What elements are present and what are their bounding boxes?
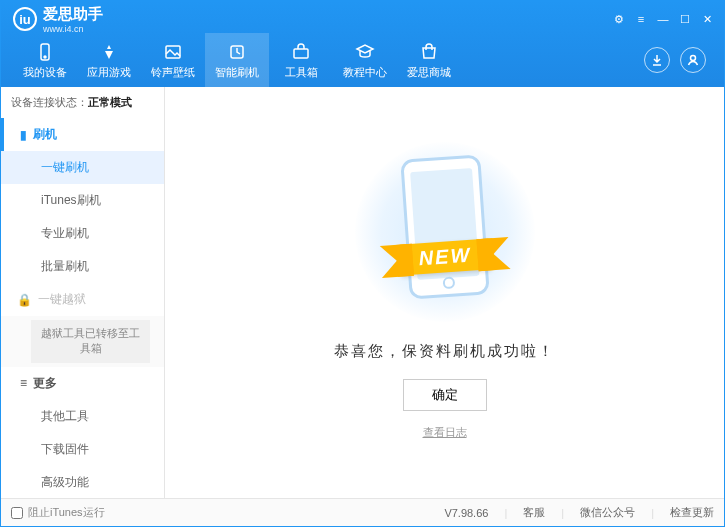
nav-label: 铃声壁纸 xyxy=(151,65,195,80)
lock-icon: 🔒 xyxy=(17,293,32,307)
nav-label: 爱思商城 xyxy=(407,65,451,80)
sidebar-item-batch-flash[interactable]: 批量刷机 xyxy=(1,250,164,283)
ok-button[interactable]: 确定 xyxy=(403,379,487,411)
close-button[interactable]: ✕ xyxy=(698,12,716,26)
success-illustration: NEW xyxy=(370,146,520,326)
download-button[interactable] xyxy=(644,47,670,73)
toolbox-icon xyxy=(290,41,312,63)
minimize-button[interactable]: — xyxy=(654,12,672,26)
nav-smart-flash[interactable]: 智能刷机 xyxy=(205,33,269,87)
block-itunes-checkbox[interactable]: 阻止iTunes运行 xyxy=(11,505,105,520)
user-button[interactable] xyxy=(680,47,706,73)
sidebar-item-other-tools[interactable]: 其他工具 xyxy=(1,400,164,433)
more-icon: ≡ xyxy=(20,376,27,390)
nav-mall[interactable]: 爱思商城 xyxy=(397,33,461,87)
nav-toolbox[interactable]: 工具箱 xyxy=(269,33,333,87)
sidebar-item-oneclick-flash[interactable]: 一键刷机 xyxy=(1,151,164,184)
status-support[interactable]: 客服 xyxy=(523,505,545,520)
nav-label: 我的设备 xyxy=(23,65,67,80)
success-message: 恭喜您，保资料刷机成功啦！ xyxy=(334,342,555,361)
sidebar-item-itunes-flash[interactable]: iTunes刷机 xyxy=(1,184,164,217)
view-log-link[interactable]: 查看日志 xyxy=(423,425,467,440)
mall-icon xyxy=(418,41,440,63)
group-flash[interactable]: ▮ 刷机 xyxy=(1,118,164,151)
title-bar: iu 爱思助手 www.i4.cn ⚙ ≡ — ☐ ✕ xyxy=(1,1,724,33)
new-ribbon: NEW xyxy=(399,239,490,276)
apps-icon xyxy=(98,41,120,63)
tutorial-icon xyxy=(354,41,376,63)
phone-graphic xyxy=(400,154,490,299)
nav-tutorials[interactable]: 教程中心 xyxy=(333,33,397,87)
svg-rect-4 xyxy=(294,49,308,58)
wallpaper-icon xyxy=(162,41,184,63)
app-url: www.i4.cn xyxy=(43,24,103,34)
status-check-update[interactable]: 检查更新 xyxy=(670,505,714,520)
nav-label: 教程中心 xyxy=(343,65,387,80)
svg-point-1 xyxy=(44,56,46,58)
menu-icon[interactable]: ≡ xyxy=(632,12,650,26)
sidebar-item-download-firmware[interactable]: 下载固件 xyxy=(1,433,164,466)
sidebar-item-advanced[interactable]: 高级功能 xyxy=(1,466,164,498)
nav-my-device[interactable]: 我的设备 xyxy=(13,33,77,87)
status-bar: 阻止iTunes运行 V7.98.66 | 客服 | 微信公众号 | 检查更新 xyxy=(1,498,724,526)
group-jailbreak: 🔒 一键越狱 xyxy=(1,283,164,316)
app-title: 爱思助手 xyxy=(43,5,103,24)
settings-icon[interactable]: ⚙ xyxy=(610,12,628,26)
nav-ringtones[interactable]: 铃声壁纸 xyxy=(141,33,205,87)
phone-icon: ▮ xyxy=(20,128,27,142)
device-icon xyxy=(34,41,56,63)
nav-label: 应用游戏 xyxy=(87,65,131,80)
version-label: V7.98.66 xyxy=(444,507,488,519)
sidebar-item-pro-flash[interactable]: 专业刷机 xyxy=(1,217,164,250)
status-wechat[interactable]: 微信公众号 xyxy=(580,505,635,520)
maximize-button[interactable]: ☐ xyxy=(676,12,694,26)
jailbreak-moved-note: 越狱工具已转移至工具箱 xyxy=(31,320,150,363)
connection-status: 设备连接状态：正常模式 xyxy=(1,87,164,118)
nav-apps-games[interactable]: 应用游戏 xyxy=(77,33,141,87)
nav-label: 工具箱 xyxy=(285,65,318,80)
sidebar: 设备连接状态：正常模式 ▮ 刷机 一键刷机 iTunes刷机 专业刷机 批量刷机… xyxy=(1,87,165,498)
top-nav: 我的设备 应用游戏 铃声壁纸 智能刷机 工具箱 教程中心 xyxy=(1,33,724,87)
main-content: NEW 恭喜您，保资料刷机成功啦！ 确定 查看日志 xyxy=(165,87,724,498)
flash-icon xyxy=(226,41,248,63)
nav-label: 智能刷机 xyxy=(215,65,259,80)
app-logo-icon: iu xyxy=(13,7,37,31)
group-more[interactable]: ≡ 更多 xyxy=(1,367,164,400)
svg-point-5 xyxy=(691,56,696,61)
